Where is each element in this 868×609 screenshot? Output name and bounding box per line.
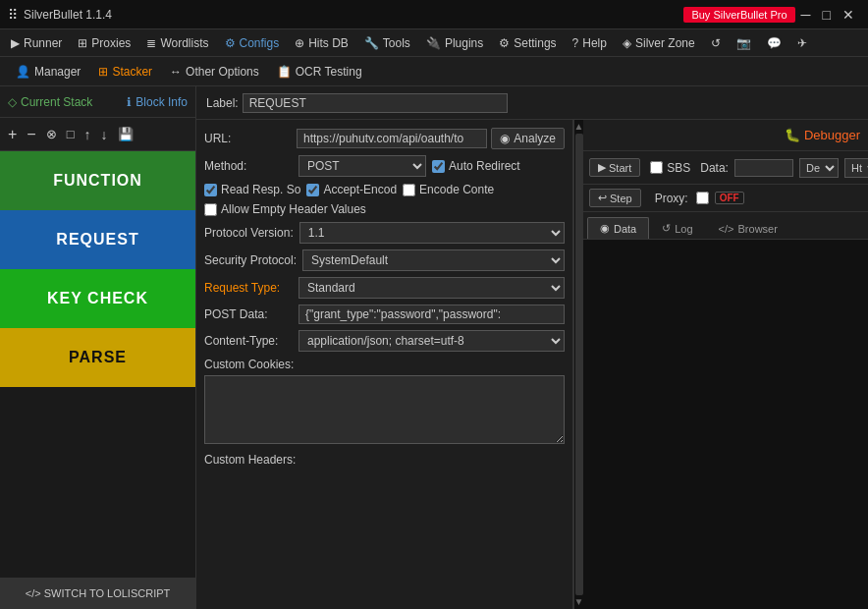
proxies-icon: ⊞ bbox=[78, 36, 87, 50]
read-resp-checkbox[interactable] bbox=[204, 184, 217, 196]
function-block-button[interactable]: FUNCTION bbox=[0, 151, 195, 210]
keycheck-block-button[interactable]: KEY CHECK bbox=[0, 269, 195, 328]
menu-settings[interactable]: ⚙ Settings bbox=[492, 33, 563, 53]
toolbar-other-options[interactable]: ↔ Other Options bbox=[162, 62, 267, 82]
content-type-label: Content-Type: bbox=[204, 334, 293, 348]
accept-encod-checkbox-label[interactable]: Accept-Encod bbox=[306, 183, 397, 196]
det-select[interactable]: Det bbox=[799, 158, 839, 178]
ocr-icon: 📋 bbox=[277, 65, 292, 79]
custom-cookies-textarea[interactable] bbox=[204, 375, 565, 444]
read-resp-checkbox-label[interactable]: Read Resp. So bbox=[204, 183, 300, 196]
configs-icon: ⚙ bbox=[225, 36, 236, 50]
toolbar-stacker[interactable]: ⊞ Stacker bbox=[90, 62, 160, 82]
other-options-icon: ↔ bbox=[170, 65, 182, 79]
step-button[interactable]: ↩ Step bbox=[589, 189, 641, 207]
request-block-button[interactable]: REQUEST bbox=[0, 210, 195, 269]
menu-wordlists[interactable]: ≣ Wordlists bbox=[139, 33, 215, 53]
encode-conte-checkbox-label[interactable]: Encode Conte bbox=[403, 183, 494, 196]
url-input[interactable] bbox=[297, 129, 487, 148]
method-label: Method: bbox=[204, 159, 293, 173]
maximize-button[interactable]: □ bbox=[817, 7, 837, 23]
debugger-panel: 🐛 Debugger ▶ Start SBS Data: bbox=[583, 120, 868, 609]
method-select[interactable]: POST GET PUT DELETE bbox=[298, 155, 426, 177]
move-up-button[interactable]: ↑ bbox=[81, 125, 95, 144]
allow-empty-checkbox[interactable] bbox=[204, 203, 217, 216]
runner-icon: ▶ bbox=[11, 36, 20, 50]
proxy-toggle[interactable] bbox=[696, 192, 709, 204]
menu-chat[interactable]: 💬 bbox=[760, 33, 788, 53]
cancel-block-button[interactable]: ⊗ bbox=[42, 125, 61, 143]
proxy-off-badge: OFF bbox=[715, 192, 744, 204]
menu-help[interactable]: ? Help bbox=[566, 33, 614, 53]
add-block-button[interactable]: + bbox=[4, 124, 21, 145]
allow-empty-checkbox-label[interactable]: Allow Empty Header Values bbox=[204, 202, 366, 216]
wordlists-icon: ≣ bbox=[146, 36, 156, 50]
block-info-label: ℹ Block Info bbox=[127, 95, 188, 109]
security-protocol-select[interactable]: SystemDefault SSL3 TLS TLS12 bbox=[302, 249, 565, 271]
hitsdb-icon: ⊕ bbox=[295, 36, 304, 50]
sbs-checkbox-label[interactable]: SBS bbox=[650, 161, 690, 175]
toolbar-ocr-testing[interactable]: 📋 OCR Testing bbox=[269, 62, 370, 82]
minimize-button[interactable]: ─ bbox=[795, 7, 817, 23]
menu-plugins[interactable]: 🔌 Plugins bbox=[419, 33, 490, 53]
buy-pro-button[interactable]: Buy SilverBullet Pro bbox=[683, 7, 794, 23]
help-icon: ? bbox=[572, 36, 579, 50]
debugger-tabs: ◉ Data ↺ Log </> Browser bbox=[583, 212, 868, 240]
app-title: SilverBullet 1.1.4 bbox=[24, 8, 683, 22]
menu-camera[interactable]: 📷 bbox=[730, 33, 758, 53]
menu-refresh[interactable]: ↺ bbox=[704, 33, 728, 53]
menu-runner[interactable]: ▶ Runner bbox=[4, 33, 69, 53]
close-button[interactable]: ✕ bbox=[837, 7, 860, 23]
label-input[interactable] bbox=[243, 93, 508, 113]
parse-block-button[interactable]: PARSE bbox=[0, 328, 195, 387]
menu-tools[interactable]: 🔧 Tools bbox=[357, 33, 417, 53]
data-label: Data: bbox=[700, 161, 729, 175]
ht-select[interactable]: Ht bbox=[844, 158, 868, 178]
config-scrollbar[interactable]: ▲ ▼ bbox=[573, 120, 583, 609]
request-type-row: Request Type: Standard BasicAuth Multipa… bbox=[204, 277, 565, 299]
remove-block-button[interactable]: − bbox=[23, 124, 39, 145]
scroll-up-arrow[interactable]: ▲ bbox=[574, 122, 584, 132]
start-icon: ▶ bbox=[598, 161, 606, 174]
accept-encod-checkbox[interactable] bbox=[306, 184, 319, 196]
sbs-checkbox[interactable] bbox=[650, 161, 663, 174]
menu-proxies[interactable]: ⊞ Proxies bbox=[71, 33, 137, 53]
toolbar-manager[interactable]: 👤 Manager bbox=[8, 62, 88, 82]
silverzone-icon: ◈ bbox=[623, 36, 631, 50]
analyze-button[interactable]: ◉ Analyze bbox=[491, 128, 565, 149]
menu-configs[interactable]: ⚙ Configs bbox=[218, 33, 287, 53]
post-data-input[interactable] bbox=[298, 304, 565, 324]
start-button[interactable]: ▶ Start bbox=[589, 158, 640, 177]
manager-icon: 👤 bbox=[16, 65, 30, 79]
request-type-select[interactable]: Standard BasicAuth Multipart bbox=[298, 277, 565, 299]
encode-conte-checkbox[interactable] bbox=[403, 184, 415, 196]
custom-headers-label: Custom Headers: bbox=[204, 453, 565, 467]
url-row: URL: ◉ Analyze bbox=[204, 128, 565, 149]
custom-cookies-section: Custom Cookies: bbox=[204, 358, 565, 447]
scroll-thumb[interactable] bbox=[575, 134, 583, 595]
save-button[interactable]: 💾 bbox=[114, 125, 137, 143]
tab-data[interactable]: ◉ Data bbox=[587, 217, 649, 239]
url-label: URL: bbox=[204, 132, 293, 145]
menu-silverzone[interactable]: ◈ Silver Zone bbox=[616, 33, 702, 53]
protocol-version-select[interactable]: 1.1 1.0 2.0 bbox=[299, 222, 565, 244]
form-label: Label: bbox=[206, 96, 239, 110]
menu-send[interactable]: ✈ bbox=[790, 33, 814, 53]
scroll-down-arrow[interactable]: ▼ bbox=[574, 597, 584, 607]
content-type-select[interactable]: application/json; charset=utf-8 applicat… bbox=[298, 330, 565, 352]
switch-to-loliscript-button[interactable]: </> SWITCH TO LOLISCRIPT bbox=[0, 578, 195, 609]
menu-hitsdb[interactable]: ⊕ Hits DB bbox=[288, 33, 355, 53]
data-tab-icon: ◉ bbox=[600, 222, 610, 235]
tab-browser[interactable]: </> Browser bbox=[706, 218, 790, 239]
debug-data-input[interactable] bbox=[734, 159, 793, 177]
proxy-checkbox[interactable] bbox=[696, 192, 709, 204]
debugger-controls: ▶ Start SBS Data: Det Ht bbox=[583, 151, 868, 185]
security-protocol-label: Security Protocol: bbox=[204, 253, 297, 267]
titlebar: ⠿ SilverBullet 1.1.4 Buy SilverBullet Pr… bbox=[0, 0, 868, 29]
tab-log[interactable]: ↺ Log bbox=[649, 217, 705, 239]
copy-block-button[interactable]: □ bbox=[63, 125, 79, 143]
auto-redirect-checkbox[interactable] bbox=[432, 160, 445, 173]
auto-redirect-checkbox-label[interactable]: Auto Redirect bbox=[432, 159, 520, 173]
left-panel: ◇ Current Stack ℹ Block Info + − ⊗ □ ↑ ↓… bbox=[0, 86, 196, 609]
move-down-button[interactable]: ↓ bbox=[97, 125, 112, 144]
